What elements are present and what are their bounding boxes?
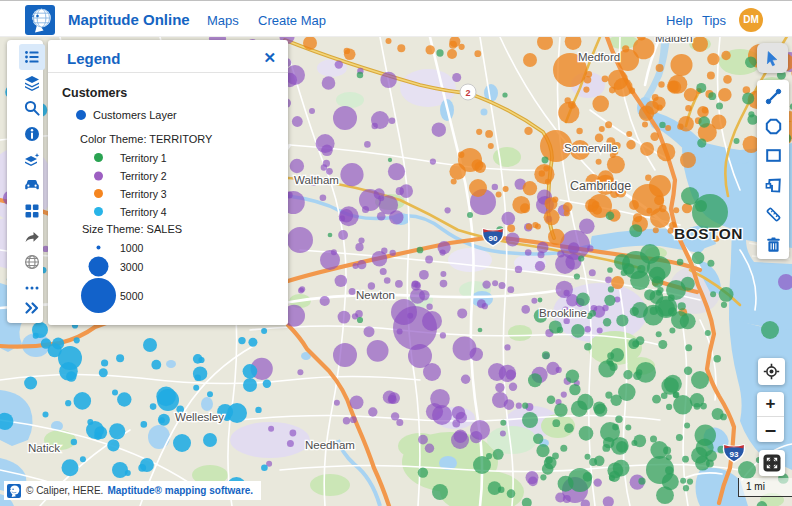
- svg-text:5000: 5000: [120, 290, 144, 302]
- svg-text:Wellesley: Wellesley: [175, 411, 224, 423]
- svg-text:Somerville: Somerville: [564, 142, 618, 154]
- svg-text:Newton: Newton: [356, 289, 395, 301]
- svg-text:Territory 2: Territory 2: [120, 170, 167, 182]
- svg-text:Size Theme: SALES: Size Theme: SALES: [82, 223, 182, 235]
- svg-text:Territory 1: Territory 1: [120, 152, 167, 164]
- svg-text:3000: 3000: [120, 261, 144, 273]
- svg-text:Natick: Natick: [28, 442, 60, 454]
- svg-text:Waltham: Waltham: [294, 174, 339, 186]
- svg-text:BOSTON: BOSTON: [674, 225, 743, 242]
- svg-text:1000: 1000: [120, 242, 144, 254]
- svg-text:93: 93: [730, 450, 739, 459]
- svg-text:Medford: Medford: [578, 51, 620, 63]
- svg-text:Customers Layer: Customers Layer: [93, 109, 177, 121]
- svg-text:Brookline: Brookline: [539, 307, 587, 319]
- svg-text:Territory 3: Territory 3: [120, 188, 167, 200]
- svg-text:Territory 4: Territory 4: [120, 206, 167, 218]
- svg-text:Needham: Needham: [305, 439, 355, 451]
- svg-text:Color Theme: TERRITORY: Color Theme: TERRITORY: [80, 133, 213, 145]
- svg-text:Cambridge: Cambridge: [570, 179, 631, 193]
- svg-text:90: 90: [489, 234, 498, 243]
- svg-text:2: 2: [465, 88, 470, 98]
